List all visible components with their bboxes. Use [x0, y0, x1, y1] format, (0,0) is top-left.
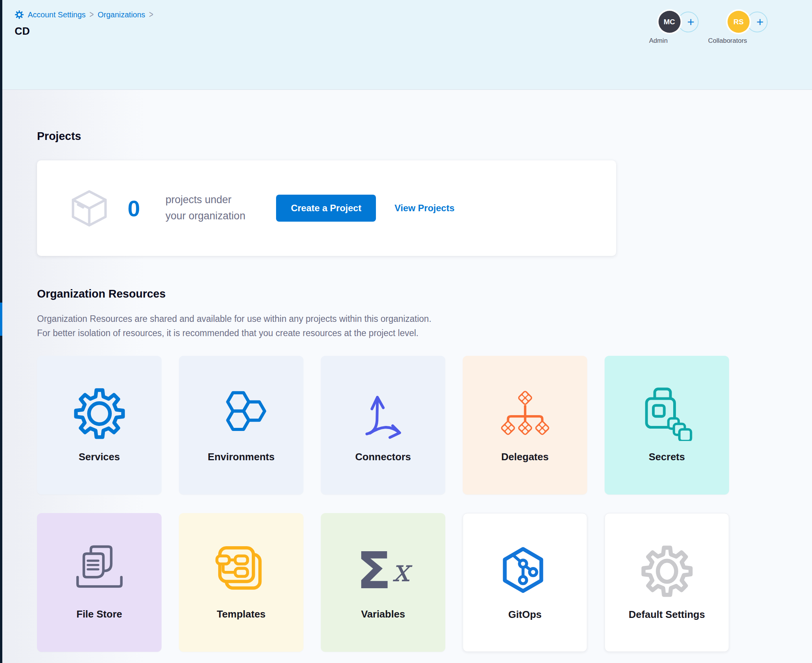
projects-heading: Projects: [37, 90, 812, 143]
project-count: 0: [128, 195, 140, 221]
resource-card-default-settings[interactable]: Default Settings: [605, 513, 729, 652]
admin-avatar[interactable]: MC: [659, 11, 681, 33]
add-collaborator-button[interactable]: +: [747, 12, 768, 32]
project-desc-line2: your organization: [165, 208, 245, 224]
resource-card-label: Environments: [208, 451, 275, 463]
resource-card-secrets[interactable]: Secrets: [605, 356, 729, 495]
sigma-glyph: Σ: [357, 547, 391, 594]
resource-card-label: Variables: [361, 608, 405, 620]
resources-heading: Organization Resources: [37, 288, 812, 300]
resource-card-gitops[interactable]: GitOps: [463, 513, 587, 652]
project-cube-icon: [67, 184, 111, 232]
resource-card-environments[interactable]: Environments: [179, 356, 303, 495]
resource-card-label: Delegates: [501, 451, 549, 463]
create-project-button[interactable]: Create a Project: [276, 195, 376, 222]
x-glyph: x: [392, 553, 409, 589]
lock-chain-icon: [636, 386, 698, 442]
resource-card-services[interactable]: Services: [37, 356, 162, 495]
hierarchy-icon: [494, 386, 556, 442]
documents-tray-icon: [69, 543, 130, 599]
git-hexagon-icon: [494, 544, 556, 599]
projects-summary-card: 0 projects under your organization Creat…: [37, 160, 616, 256]
left-edge-accent: [0, 303, 2, 336]
collaborator-avatar[interactable]: RS: [728, 11, 750, 33]
collaborators-label: Collaborators: [708, 37, 747, 45]
breadcrumb-account-settings[interactable]: Account Settings: [28, 10, 86, 19]
view-projects-link[interactable]: View Projects: [394, 203, 455, 214]
project-desc-line1: projects under: [165, 192, 245, 208]
resource-card-label: Templates: [217, 608, 266, 620]
resource-card-label: Default Settings: [629, 609, 705, 621]
resources-desc-line1: Organization Resources are shared and av…: [37, 314, 431, 324]
gear-gray-icon: [636, 544, 698, 599]
resource-card-variables[interactable]: Σ x Variables: [321, 513, 445, 652]
resource-card-templates[interactable]: Templates: [179, 513, 303, 652]
breadcrumb-organizations[interactable]: Organizations: [98, 10, 145, 19]
resource-card-file-store[interactable]: File Store: [37, 513, 162, 652]
resource-card-label: Services: [79, 451, 120, 463]
project-count-description: projects under your organization: [165, 192, 245, 224]
page-title: CD: [15, 25, 30, 37]
resources-description: Organization Resources are shared and av…: [37, 312, 812, 340]
breadcrumb: Account Settings > Organizations >: [15, 10, 153, 19]
resource-card-label: Connectors: [355, 451, 411, 463]
main-content: Projects 0 projects under your organizat…: [0, 90, 812, 663]
resource-card-grid: Services Environments: [37, 356, 730, 663]
breadcrumb-separator: >: [149, 9, 153, 20]
gear-icon: [69, 386, 130, 442]
resource-card-connectors[interactable]: Connectors: [321, 356, 445, 495]
hexagons-icon: [211, 386, 272, 442]
settings-gear-icon: [15, 10, 24, 19]
admin-label: Admin: [649, 37, 667, 45]
page-header: Account Settings > Organizations > CD + …: [0, 0, 812, 90]
resource-card-delegates[interactable]: Delegates: [463, 356, 587, 495]
admin-group: + MC Admin: [636, 11, 681, 45]
left-edge-nav-strip: [0, 0, 2, 663]
add-admin-button[interactable]: +: [678, 12, 699, 32]
resource-card-label: GitOps: [508, 609, 542, 621]
arrows-icon: [352, 386, 414, 442]
resource-card-label: Secrets: [649, 451, 685, 463]
sigma-x-icon: Σ x: [352, 543, 414, 599]
resource-card-label: File Store: [76, 608, 122, 620]
collaborators-group: + RS Collaborators: [705, 11, 750, 45]
breadcrumb-separator: >: [89, 9, 94, 20]
stacked-cards-icon: [211, 543, 272, 599]
resources-desc-line2: For better isolation of resources, it is…: [37, 328, 418, 338]
